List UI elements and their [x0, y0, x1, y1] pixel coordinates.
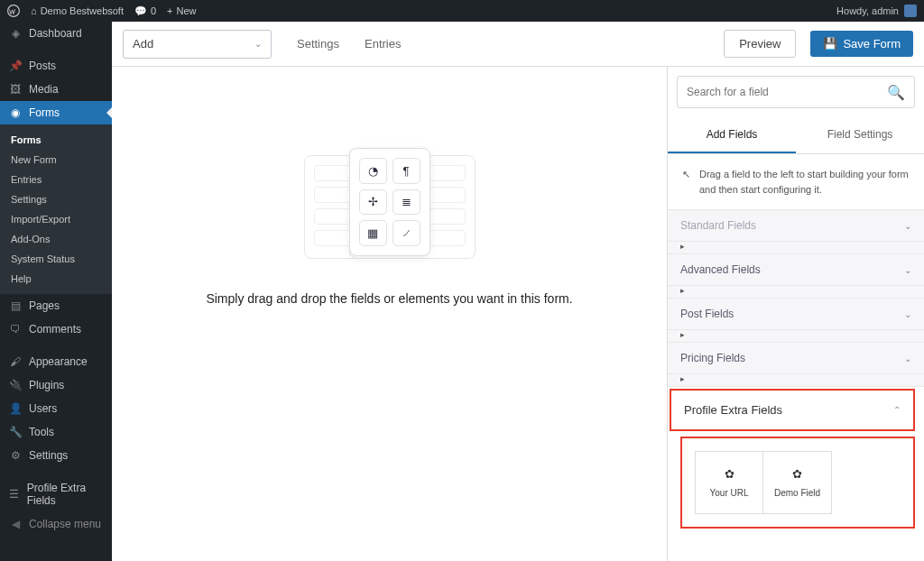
sidebar-item-comments[interactable]: 🗨Comments — [0, 317, 112, 341]
brush-icon: 🖌 — [9, 355, 22, 368]
wrench-icon: 🔧 — [9, 426, 22, 438]
add-dropdown[interactable]: Add ⌄ — [123, 30, 272, 59]
sidebar-item-appearance[interactable]: 🖌Appearance — [0, 350, 112, 373]
sidebar-item-profile-extra[interactable]: ☰Profile Extra Fields — [0, 476, 112, 512]
sidebar-item-plugins[interactable]: 🔌Plugins — [0, 373, 112, 397]
site-link[interactable]: ⌂Demo Bestwebsoft — [31, 5, 124, 16]
search-field-box[interactable]: 🔍 — [677, 76, 915, 108]
sidebar-item-users[interactable]: 👤Users — [0, 397, 112, 420]
field-demo-field[interactable]: ✿ Demo Field — [763, 451, 832, 514]
chevron-down-icon: ⌄ — [254, 39, 262, 49]
pages-icon: ▤ — [9, 299, 22, 312]
user-menu[interactable]: Howdy, admin — [836, 5, 917, 17]
chevron-down-icon: ⌄ — [904, 354, 911, 363]
cursor-icon: ↖ — [682, 167, 690, 197]
acc-advanced[interactable]: Advanced Fields⌄ — [668, 254, 924, 286]
dashboard-icon: ◈ — [9, 27, 22, 40]
home-icon: ⌂ — [31, 5, 37, 16]
forms-submenu: Forms New Form Entries Settings Import/E… — [0, 124, 112, 294]
search-icon: 🔍 — [887, 84, 905, 101]
tab-field-settings[interactable]: Field Settings — [796, 117, 924, 153]
field-your-url[interactable]: ✿ Your URL — [695, 451, 763, 514]
sidebar-item-media[interactable]: 🖾Media — [0, 78, 112, 101]
admin-topbar: ⌂Demo Bestwebsoft 💬0 +New Howdy, admin — [0, 0, 924, 22]
save-button[interactable]: 💾 Save Form — [810, 31, 913, 57]
acc-post[interactable]: Post Fields⌄ — [668, 299, 924, 330]
empty-illustration: ◔¶ ✢≣ ▦⟋ — [304, 148, 476, 270]
gear-icon: ✿ — [792, 467, 802, 481]
form-toolbar: Add ⌄ Settings Entries Preview 💾 Save Fo… — [112, 22, 924, 67]
pin-icon: 📌 — [9, 60, 22, 72]
plus-icon: + — [167, 5, 172, 16]
fields-panel: 🔍 Add Fields Field Settings ↖ Drag a fie… — [667, 67, 924, 561]
chevron-up-icon: ⌃ — [893, 405, 901, 415]
chevron-down-icon: ⌄ — [904, 221, 911, 231]
comment-icon: 💬 — [134, 5, 147, 17]
hint-row: ↖ Drag a field to the left to start buil… — [668, 154, 924, 209]
comments-icon: 🗨 — [9, 323, 22, 336]
collapse-icon: ◀ — [9, 518, 22, 530]
tab-add-fields[interactable]: Add Fields — [668, 117, 796, 153]
preview-button[interactable]: Preview — [724, 30, 796, 58]
submenu-forms[interactable]: Forms — [0, 130, 112, 150]
save-icon: 💾 — [823, 37, 837, 51]
sliders-icon: ⚙ — [9, 449, 22, 462]
chevron-down-icon: ⌄ — [904, 265, 911, 275]
submenu-help[interactable]: Help — [0, 269, 112, 289]
acc-standard[interactable]: Standard Fields⌄ — [668, 210, 924, 242]
acc-profile-body: ✿ Your URL ✿ Demo Field — [680, 437, 915, 529]
media-icon: 🖾 — [9, 83, 22, 96]
acc-profile-extra[interactable]: Profile Extra Fields⌃ — [670, 389, 915, 431]
form-canvas[interactable]: ◔¶ ✢≣ ▦⟋ Simply drag and drop the fields… — [112, 67, 667, 561]
sidebar-item-forms[interactable]: ◉Forms — [0, 101, 112, 124]
chevron-down-icon: ⌄ — [904, 309, 911, 319]
submenu-newform[interactable]: New Form — [0, 150, 112, 170]
acc-sub-caret[interactable]: ▸ — [668, 374, 924, 387]
toolbar-entries[interactable]: Entries — [365, 37, 401, 51]
acc-sub-caret[interactable]: ▸ — [668, 242, 924, 254]
submenu-settings[interactable]: Settings — [0, 189, 112, 209]
submenu-entries[interactable]: Entries — [0, 170, 112, 189]
sidebar-item-tools[interactable]: 🔧Tools — [0, 420, 112, 444]
sidebar-item-posts[interactable]: 📌Posts — [0, 54, 112, 78]
plug-icon: 🔌 — [9, 379, 22, 391]
submenu-addons[interactable]: Add-Ons — [0, 229, 112, 249]
sidebar-item-settings[interactable]: ⚙Settings — [0, 444, 112, 467]
user-icon: 👤 — [9, 402, 22, 415]
gear-icon: ✿ — [725, 467, 735, 481]
profile-extra-icon: ☰ — [9, 488, 20, 501]
toolbar-settings[interactable]: Settings — [297, 37, 339, 51]
acc-sub-caret[interactable]: ▸ — [668, 286, 924, 299]
empty-text: Simply drag and drop the fields or eleme… — [206, 291, 572, 306]
wp-logo[interactable] — [7, 5, 20, 17]
submenu-status[interactable]: System Status — [0, 249, 112, 269]
collapse-menu[interactable]: ◀Collapse menu — [0, 512, 112, 536]
forms-icon: ◉ — [9, 106, 22, 119]
sidebar-item-dashboard[interactable]: ◈Dashboard — [0, 22, 112, 45]
sidebar-item-pages[interactable]: ▤Pages — [0, 294, 112, 317]
admin-sidebar: ◈Dashboard 📌Posts 🖾Media ◉Forms Forms Ne… — [0, 22, 112, 561]
new-link[interactable]: +New — [167, 5, 196, 16]
acc-pricing[interactable]: Pricing Fields⌄ — [668, 343, 924, 374]
submenu-import[interactable]: Import/Export — [0, 209, 112, 229]
avatar — [904, 5, 917, 17]
search-input[interactable] — [687, 86, 887, 98]
comments-link[interactable]: 💬0 — [134, 5, 156, 17]
acc-sub-caret[interactable]: ▸ — [668, 330, 924, 343]
